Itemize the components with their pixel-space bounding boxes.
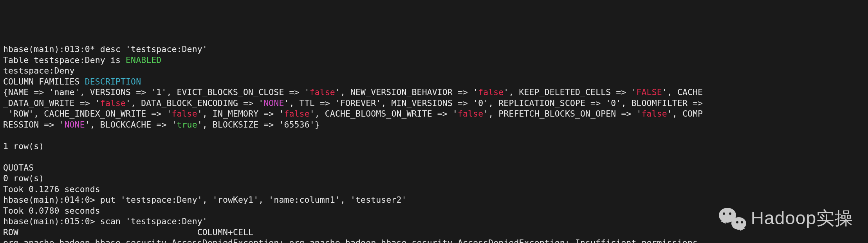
rows-1: 1 row(s) <box>3 141 44 151</box>
desc-line1: Table testspace:Deny is ENABLED <box>3 55 161 65</box>
cmd-put: put 'testspace:Deny', 'rowKey1', 'name:c… <box>100 195 407 205</box>
desc-line3: COLUMN FAMILIES DESCRIPTION <box>3 77 141 86</box>
cf-line3: 'ROW', CACHE_INDEX_ON_WRITE => 'false', … <box>3 109 703 119</box>
cf-line1: {NAME => 'name', VERSIONS => '1', EVICT_… <box>3 87 703 97</box>
took-desc: Took 0.1276 seconds <box>3 184 100 194</box>
cf-line4: RESSION => 'NONE', BLOCKCACHE => 'true',… <box>3 120 320 130</box>
scan-header: ROW COLUMN+CELL <box>3 227 253 237</box>
terminal[interactable]: hbase(main):013:0* desc 'testspace:Deny'… <box>3 44 865 243</box>
desc-line2: testspace:Deny <box>3 66 75 76</box>
quotas: QUOTAS <box>3 163 34 173</box>
rows-0: 0 row(s) <box>3 173 44 183</box>
cmd-scan: scan 'testspace:Deny' <box>100 216 208 226</box>
prompt: hbase(main):015:0> <box>3 216 100 226</box>
scan-error-1: org.apache.hadoop.hbase.security.AccessD… <box>3 238 698 243</box>
cmd-desc: desc 'testspace:Deny' <box>100 44 208 54</box>
prompt: hbase(main):014:0> <box>3 195 100 205</box>
prompt: hbase(main):013:0* <box>3 44 100 54</box>
cf-line2: _DATA_ON_WRITE => 'false', DATA_BLOCK_EN… <box>3 98 703 108</box>
took-put: Took 0.0780 seconds <box>3 206 100 216</box>
